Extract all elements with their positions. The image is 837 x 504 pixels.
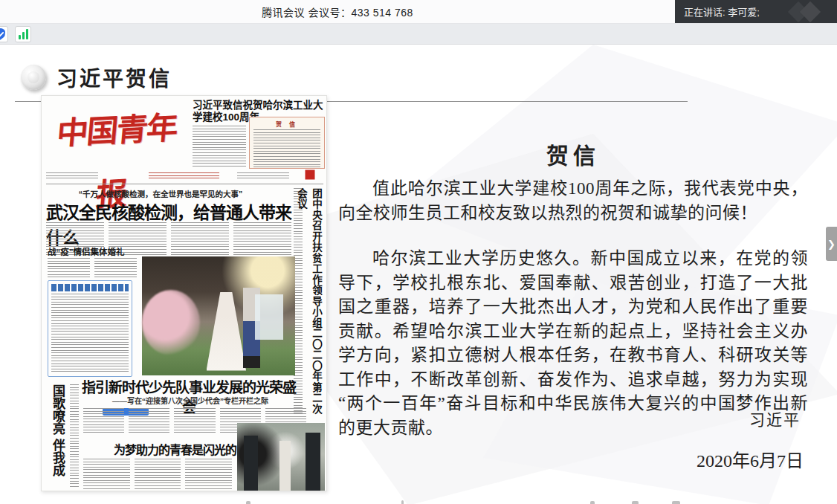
- newspaper-left-headline: 战“疫”情侣集体婚礼: [48, 245, 140, 257]
- letter-date: 2020年6月7日: [697, 446, 804, 472]
- newspaper-blue-article-box: [48, 280, 132, 377]
- shared-screen-slide: 习近平贺信 中国青年报 习近平致信祝贺哈尔滨工业大学建校100周年 贺 信 “千…: [0, 45, 837, 504]
- meeting-title: 腾讯会议 会议号：433 514 768: [0, 0, 675, 24]
- wedding-photo: [142, 256, 295, 375]
- letter-title: 贺信: [338, 138, 808, 170]
- newspaper-letter-box-title: 贺 信: [253, 120, 320, 128]
- newspaper-dateline: [46, 170, 323, 181]
- slide-title: 习近平贺信: [56, 62, 172, 92]
- newspaper-rule: [46, 184, 323, 184]
- expand-panel-button[interactable]: ❯: [826, 227, 837, 261]
- speaking-indicator-label: 正在讲话: 李可爱;: [684, 4, 760, 19]
- street-photo: [237, 423, 325, 491]
- diamond-logo-icon: [791, 3, 827, 21]
- newspaper-masthead: 中国青年报: [43, 95, 191, 167]
- newspaper-vertical-headline-right: 团中央召开扶贫工作领导小组二〇二〇年第二次会议: [306, 188, 323, 419]
- newspaper-seal-icon: [304, 169, 316, 181]
- chevron-right-icon: ❯: [827, 239, 836, 250]
- toolbar-fragment[interactable]: [246, 501, 251, 504]
- newspaper-letter-box: 贺 信: [249, 117, 325, 169]
- toolbar-fragment[interactable]: [590, 501, 595, 504]
- toolbar-fragment[interactable]: [632, 501, 639, 504]
- security-shield-icon[interactable]: [0, 26, 8, 42]
- newspaper-vertical-headline-left: 国歌嘹亮 伴我成: [48, 384, 67, 490]
- status-bar: [0, 24, 837, 45]
- title-bullet-sphere: [21, 65, 46, 90]
- letter-paragraph-1: 值此哈尔滨工业大学建校100周年之际，我代表党中央，向全校师生员工和校友致以热烈…: [338, 177, 808, 225]
- newspaper-quote-headline: “千万人做核酸检测，在全世界也是罕见的大事”: [64, 188, 257, 199]
- letter-block: 贺信 值此哈尔滨工业大学建校100周年之际，我代表党中央，向全校师生员工和校友致…: [338, 45, 808, 504]
- toolbar-fragment[interactable]: [672, 501, 680, 504]
- letter-paragraph-2: 哈尔滨工业大学历史悠久。新中国成立以来，在党的领导下，学校扎根东北、爱国奉献、艰…: [338, 247, 808, 440]
- newspaper-image: 中国青年报 习近平致信祝贺哈尔滨工业大学建校100周年 贺 信 “千万人做核酸检…: [41, 95, 327, 491]
- letter-signature: 习近平: [749, 407, 801, 430]
- newspaper-glory-subtitle: ——写在“迎接第八次全国少代会”专栏开栏之际: [94, 395, 287, 406]
- meeting-top-bar: 腾讯会议 会议号：433 514 768 正在讲话: 李可爱;: [0, 0, 837, 24]
- speaking-indicator: 正在讲话: 李可爱;: [675, 0, 837, 23]
- toolbar-fragment[interactable]: [401, 500, 404, 504]
- newspaper-youth-headline: 为梦助力的青春是闪光的: [114, 440, 240, 458]
- network-signal-icon[interactable]: [15, 26, 31, 42]
